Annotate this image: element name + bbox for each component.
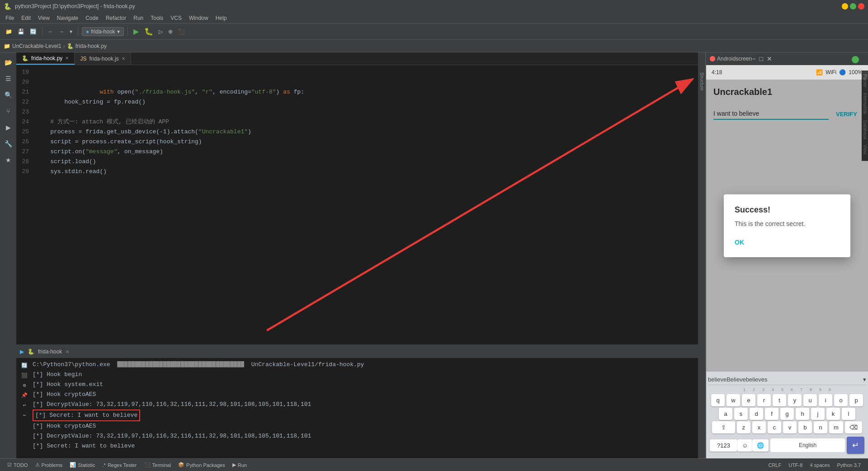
key-w[interactable]: w — [726, 394, 740, 406]
status-statistic[interactable]: 📊 Statistic — [66, 462, 99, 468]
menu-navigate[interactable]: Navigate — [53, 13, 82, 23]
toolbar-debug-btn[interactable]: 🐛 — [142, 26, 155, 37]
sidebar-debug[interactable]: 🔧 — [2, 137, 14, 150]
run-tab-label[interactable]: frida-hook — [38, 349, 62, 355]
toolbar-run-btn[interactable]: ▶ — [132, 26, 141, 37]
key-g[interactable]: g — [780, 408, 794, 420]
menu-view[interactable]: View — [34, 13, 53, 23]
status-terminal[interactable]: ⬛ Terminal — [141, 462, 175, 468]
run-ctrl-pin[interactable]: 📌 — [20, 391, 29, 400]
key-r[interactable]: r — [757, 394, 771, 406]
toolbar-open[interactable]: 📁 — [4, 28, 14, 36]
key-m[interactable]: m — [829, 421, 843, 433]
key-q[interactable]: q — [711, 394, 725, 406]
key-v[interactable]: v — [783, 421, 797, 433]
status-run[interactable]: ▶ Run — [229, 462, 250, 468]
run-ctrl-more[interactable]: ⋯ — [20, 410, 29, 419]
key-x[interactable]: x — [752, 421, 766, 433]
key-u[interactable]: u — [803, 394, 817, 406]
key-backspace[interactable]: ⌫ — [845, 421, 862, 433]
toolbar-back[interactable]: ← — [46, 28, 55, 36]
run-ctrl-settings[interactable]: ⚙ — [20, 381, 29, 390]
menu-window[interactable]: Window — [185, 13, 212, 23]
suggestion-2[interactable]: believes — [746, 376, 768, 383]
suggestion-1[interactable]: Believe — [726, 376, 746, 383]
key-enter[interactable]: ↵ — [847, 437, 864, 454]
key-z[interactable]: z — [737, 421, 750, 433]
sidebar-run2[interactable]: ▶ — [2, 121, 14, 134]
sidebar-structure[interactable]: ☰ — [2, 72, 14, 85]
status-crlf[interactable]: CRLF — [764, 462, 785, 468]
sidebar-search[interactable]: 🔍 — [2, 89, 14, 101]
menu-code[interactable]: Code — [82, 13, 102, 23]
key-globe[interactable]: 🌐 — [752, 439, 769, 452]
sidebar-favorites[interactable]: ★ — [2, 154, 14, 166]
status-problems[interactable]: ⚠ Problems — [32, 462, 66, 468]
toolbar-stop[interactable]: ⬛ — [176, 28, 187, 36]
status-todo[interactable]: ☑ TODO — [4, 462, 32, 468]
minimize-button[interactable] — [842, 3, 848, 9]
tab-close-0[interactable]: ✕ — [65, 56, 69, 61]
key-i[interactable]: i — [819, 394, 832, 406]
suggestions-expand[interactable]: ▾ — [863, 376, 866, 383]
menu-help[interactable]: Help — [212, 13, 231, 23]
key-s[interactable]: s — [734, 408, 748, 420]
key-j[interactable]: j — [811, 408, 825, 420]
key-k[interactable]: k — [826, 408, 840, 420]
menu-vcs[interactable]: VCS — [167, 13, 185, 23]
menu-edit[interactable]: Edit — [18, 13, 34, 23]
dialog-ok-button[interactable]: OK — [735, 239, 744, 246]
suggestion-0[interactable]: believe — [708, 376, 726, 383]
key-num-switch[interactable]: ?123 — [710, 439, 737, 452]
key-e[interactable]: e — [742, 394, 755, 406]
key-l[interactable]: l — [842, 408, 855, 420]
tab-frida-hook-js[interactable]: JS frida-hook.js ✕ — [75, 52, 131, 65]
menu-refactor[interactable]: Refactor — [102, 13, 130, 23]
key-n[interactable]: n — [814, 421, 827, 433]
android-maximize[interactable]: □ — [760, 55, 763, 62]
breadcrumb-file[interactable]: frida-hook.py — [75, 43, 107, 49]
status-python-version[interactable]: Python 3.7 — [833, 462, 864, 468]
close-button[interactable] — [858, 3, 864, 9]
key-space-label[interactable]: English — [770, 438, 845, 452]
run-tab-close[interactable]: ✕ — [66, 349, 69, 354]
key-y[interactable]: y — [788, 394, 802, 406]
menu-tools[interactable]: Tools — [147, 13, 167, 23]
menu-run[interactable]: Run — [130, 13, 147, 23]
key-c[interactable]: c — [768, 421, 781, 433]
android-minimize[interactable]: − — [752, 55, 755, 62]
label-structure[interactable]: Structure — [698, 71, 705, 93]
status-spaces[interactable]: 4 spaces — [806, 462, 833, 468]
toolbar-run2[interactable]: ▷ — [157, 28, 165, 36]
run-ctrl-restart[interactable]: 🔄 — [20, 361, 29, 370]
key-d[interactable]: d — [750, 408, 763, 420]
tab-close-1[interactable]: ✕ — [122, 56, 125, 61]
sidebar-project[interactable]: 📂 — [2, 56, 14, 69]
code-editor[interactable]: 19 20 21 with open("./frida-hook.js", "r… — [16, 65, 705, 344]
tab-frida-hook-py[interactable]: 🐍 frida-hook.py ✕ — [16, 52, 75, 65]
key-t[interactable]: t — [773, 394, 786, 406]
key-emoji[interactable]: ☺ — [737, 439, 752, 452]
status-python-packages[interactable]: 📦 Python Packages — [175, 462, 229, 468]
key-h[interactable]: h — [796, 408, 809, 420]
toolbar-forward[interactable]: → — [57, 28, 66, 36]
menu-file[interactable]: File — [2, 13, 18, 23]
key-a[interactable]: a — [719, 408, 732, 420]
toolbar-history[interactable]: ▾ — [68, 28, 74, 36]
run-ctrl-wrap[interactable]: ↩ — [20, 400, 29, 410]
run-config[interactable]: ● frida-hook ▾ — [82, 27, 124, 36]
status-regex[interactable]: .* Regex Tester — [99, 462, 141, 468]
toolbar-more[interactable]: ⊕ — [166, 28, 175, 36]
maximize-button[interactable] — [850, 3, 856, 9]
toolbar-save[interactable]: 💾 — [16, 28, 26, 36]
breadcrumb-project[interactable]: UnCrackable-Level1 — [12, 43, 61, 49]
key-o[interactable]: o — [834, 394, 848, 406]
key-f[interactable]: f — [765, 408, 778, 420]
status-encoding[interactable]: UTF-8 — [785, 462, 806, 468]
key-b[interactable]: b — [798, 421, 812, 433]
run-ctrl-stop[interactable]: ⬛ — [20, 371, 29, 380]
toolbar-refresh[interactable]: 🔄 — [28, 28, 38, 36]
key-p[interactable]: p — [849, 394, 863, 406]
sidebar-vcs[interactable]: ⑂ — [2, 105, 14, 118]
key-shift[interactable]: ⇧ — [712, 421, 735, 433]
